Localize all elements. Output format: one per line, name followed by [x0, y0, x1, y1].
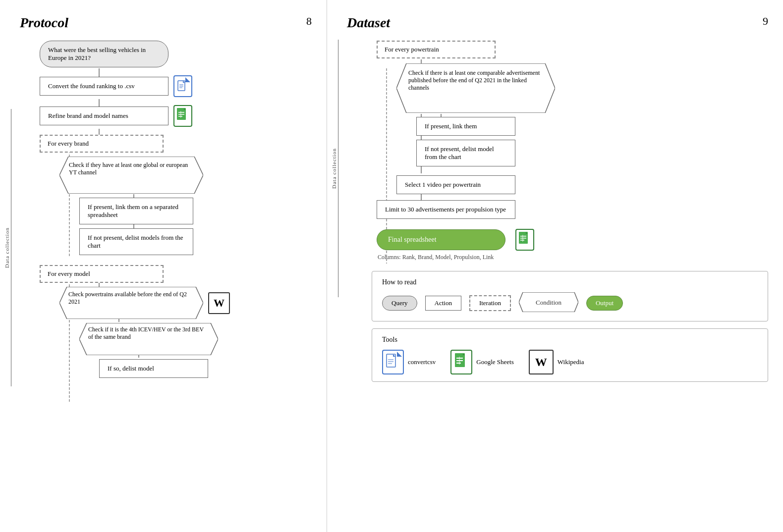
tool-convertcsv-label: convertcsv	[408, 358, 436, 366]
query-text-1: What were the best selling vehicles in E…	[48, 46, 146, 61]
action-node-1: Convert the found ranking to .csv	[40, 75, 312, 97]
svg-rect-19	[178, 114, 184, 115]
legend-items: Query Action Iteration Condition Output	[382, 292, 758, 314]
action-shape-4: If not present, delist models from the c…	[79, 228, 193, 255]
action-node-3: If present, link them on a separated spr…	[79, 198, 312, 224]
legend-action-label: Action	[435, 299, 452, 307]
right-iteration-text-1: For every powertrain	[385, 46, 439, 53]
tools-title: Tools	[382, 336, 758, 344]
iteration-node-2: For every model	[40, 265, 312, 283]
right-action-shape-4: Limit to 30 advertisements per propulsio…	[377, 200, 515, 219]
action-node-2: Refine brand and model names	[40, 105, 312, 127]
svg-rect-38	[522, 235, 523, 242]
svg-rect-35	[520, 236, 526, 237]
right-action-text-1: If present, link them	[425, 122, 477, 130]
condition-hex-3: Check if it is the 4th ICEV/HEV or the 3…	[79, 323, 218, 355]
tool-sheets-icon	[450, 350, 472, 374]
columns-text: Columns: Rank, Brand, Model, Propulsion,…	[378, 254, 768, 261]
left-page-title: Protocol	[20, 15, 312, 31]
right-output-shape-1: Final spreadsheet	[377, 229, 505, 250]
tool-sheets-label: Google Sheets	[476, 358, 513, 366]
legend-query-label: Query	[392, 299, 408, 307]
svg-rect-50	[459, 357, 460, 365]
tool-wiki-icon: W	[529, 350, 554, 374]
right-page-number: 9	[763, 15, 768, 28]
condition-hex-2: Check powertrains available before the e…	[59, 287, 203, 319]
right-action-shape-2: If not present, delist model from the ch…	[416, 140, 515, 166]
left-page-number: 8	[306, 15, 312, 28]
query-node-1: What were the best selling vehicles in E…	[40, 41, 312, 67]
condition-node-1: Check if they have at least one global o…	[59, 157, 312, 194]
right-iteration-shape-1: For every powertrain	[377, 41, 496, 58]
action-text-3: If present, link them on a separated spr…	[88, 203, 178, 218]
csv-icon-1	[173, 75, 192, 97]
action-node-4: If not present, delist models from the c…	[79, 228, 312, 255]
tool-csv-icon	[382, 350, 404, 374]
right-sidebar-label: Data collection	[331, 40, 337, 297]
action-shape-3: If present, link them on a separated spr…	[79, 198, 193, 224]
condition-node-2: Check powertrains available before the e…	[59, 287, 312, 319]
legend-action: Action	[425, 296, 461, 311]
right-page: Dataset 9 Data collection For every powe…	[327, 0, 783, 532]
right-page-title: Dataset	[347, 15, 768, 31]
action-text-1: Convert the found ranking to .csv	[48, 82, 135, 90]
iteration-text-2: For every model	[48, 270, 90, 277]
iteration-shape-2: For every model	[40, 265, 164, 283]
wiki-icon-1: W	[208, 292, 230, 314]
right-condition-text-1: Check if there is at least one comparabl…	[404, 67, 547, 94]
legend-condition-wrapper: Condition	[519, 292, 578, 314]
action-text-2: Refine brand and model names	[48, 112, 128, 119]
tools-box: Tools convertcsv	[372, 328, 768, 382]
legend-condition-text: Condition	[536, 299, 562, 306]
iteration-shape-1: For every brand	[40, 135, 164, 153]
sheets-icon-1	[173, 105, 192, 127]
legend-iteration: Iteration	[469, 295, 511, 311]
iteration-text-1: For every brand	[48, 140, 89, 147]
right-iteration-1: For every powertrain	[372, 41, 768, 58]
right-action-3: Select 1 video per powertrain	[396, 175, 768, 194]
tool-wikipedia: W Wikipedia	[529, 350, 584, 374]
tools-items: convertcsv Google Sheets	[382, 350, 758, 374]
legend-output: Output	[586, 296, 623, 311]
svg-rect-18	[178, 112, 184, 113]
csv-icon-inner-1	[177, 80, 188, 95]
left-page: Protocol 8 Data collection	[0, 0, 327, 532]
svg-rect-36	[520, 238, 526, 239]
tool-wiki-label: Wikipedia	[558, 358, 584, 366]
right-flow-diagram: For every powertrain Check if there is a…	[372, 41, 768, 261]
svg-rect-21	[180, 111, 181, 118]
sheets-icon-2	[515, 229, 534, 251]
right-action-2: If not present, delist model from the ch…	[416, 140, 768, 166]
svg-rect-49	[456, 363, 461, 364]
condition-hex-1: Check if they have at least one global o…	[59, 157, 203, 194]
left-sidebar-bracket	[11, 109, 11, 386]
right-action-shape-3: Select 1 video per powertrain	[396, 175, 515, 194]
iteration-node-1: For every brand	[40, 135, 312, 153]
tool-convertcsv: convertcsv	[382, 350, 436, 374]
action-shape-2: Refine brand and model names	[40, 106, 168, 125]
legend-iteration-label: Iteration	[479, 299, 501, 307]
right-action-text-2: If not present, delist model from the ch…	[425, 145, 494, 160]
condition-text-3: Check if it is the 4th ICEV/HEV or the 3…	[85, 325, 212, 342]
left-flow-diagram: What were the best selling vehicles in E…	[40, 41, 312, 378]
right-action-1: If present, link them	[416, 117, 768, 136]
left-sidebar-label: Data collection	[4, 109, 10, 386]
right-sidebar-bracket	[338, 40, 338, 297]
action-text-5: If so, delist model	[108, 365, 154, 372]
condition-text-1: Check if they have at least one global o…	[67, 160, 196, 177]
action-node-5: If so, delist model	[99, 359, 312, 378]
legend-area: How to read Query Action Iteration Condi…	[372, 271, 768, 382]
right-condition-1: Check if there is at least one comparabl…	[396, 63, 768, 113]
condition-text-2: Check powertrains available before the e…	[65, 290, 197, 307]
right-output-1: Final spreadsheet	[377, 229, 768, 251]
legend-title: How to read	[382, 278, 758, 286]
condition-node-3: Check if it is the 4th ICEV/HEV or the 3…	[79, 323, 312, 355]
action-shape-1: Convert the found ranking to .csv	[40, 77, 168, 96]
legend-query: Query	[382, 296, 417, 311]
columns-label: Columns: Rank, Brand, Model, Propulsion,…	[378, 254, 494, 261]
right-action-shape-1: If present, link them	[416, 117, 515, 136]
action-text-4: If not present, delist models from the c…	[88, 234, 183, 249]
query-shape-1: What were the best selling vehicles in E…	[40, 41, 168, 67]
right-action-4: Limit to 30 advertisements per propulsio…	[377, 200, 768, 219]
legend-condition-svg: Condition	[519, 292, 578, 312]
